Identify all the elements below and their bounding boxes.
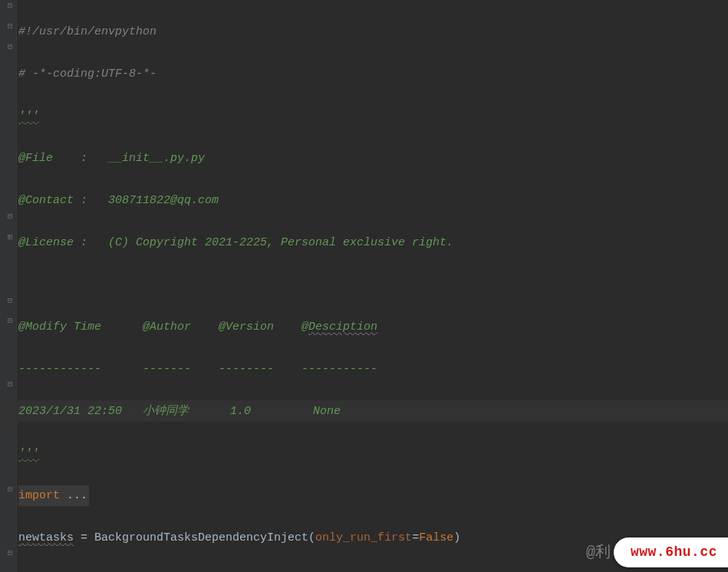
fold-marker-icon[interactable]: ⊟: [6, 298, 14, 305]
code-line[interactable]: [18, 274, 728, 296]
docstring-text: @Contact : 308711822@qq.com: [18, 194, 219, 207]
docstring-text: ''': [18, 447, 39, 460]
comment-text: #!/usr/bin/envpython: [18, 25, 156, 38]
code-line[interactable]: @Modify Time @Author @Version @Desciptio…: [18, 317, 728, 338]
paren: ): [453, 531, 460, 544]
fold-marker-icon[interactable]: ⊟: [6, 486, 14, 494]
watermark-url: www.6hu.cc: [614, 537, 728, 568]
class-name: BackgroundTasksDependencyInject: [94, 531, 308, 544]
paren: (: [308, 531, 315, 544]
watermark-badge: @利 www.6hu.cc: [586, 537, 728, 568]
code-line[interactable]: # -*-coding:UTF-8-*-: [18, 64, 728, 85]
code-line[interactable]: ''': [18, 106, 728, 127]
code-line[interactable]: import ...: [18, 485, 728, 507]
operator: =: [74, 531, 94, 544]
editor-gutter: ⊟ ⊟ ⊟ ⊟ ⊞ ⊟ ⊟ ⊟ ⊟ ⊟: [0, 0, 17, 572]
fold-marker-icon[interactable]: ⊟: [6, 381, 14, 389]
code-line[interactable]: 2023/1/31 22:50 小钟同学 1.0 None: [18, 401, 728, 422]
docstring-text: @Modify Time @Author @Version @: [18, 321, 308, 334]
code-line[interactable]: @Contact : 308711822@qq.com: [18, 190, 728, 212]
code-line[interactable]: # 后台任务注册: [18, 570, 728, 573]
operator: =: [412, 531, 419, 544]
param-name: only_run_first: [315, 531, 412, 544]
docstring-text: @File : __init__.py.py: [18, 152, 205, 165]
keyword-import: import: [18, 489, 60, 502]
docstring-text: ''': [18, 110, 39, 123]
fold-marker-icon[interactable]: ⊞: [6, 234, 14, 242]
import-ellipsis: ...: [60, 489, 87, 502]
code-line[interactable]: ''': [18, 443, 728, 465]
code-editor[interactable]: #!/usr/bin/envpython # -*-coding:UTF-8-*…: [18, 0, 728, 572]
watermark-at-text: @利: [586, 542, 611, 564]
fold-marker-icon[interactable]: ⊟: [6, 213, 14, 221]
code-line[interactable]: ------------ ------- -------- ----------…: [18, 359, 728, 380]
docstring-text: ------------ ------- -------- ----------…: [18, 363, 377, 376]
code-line[interactable]: #!/usr/bin/envpython: [18, 21, 728, 43]
code-line[interactable]: @License : (C) Copyright 2021-2225, Pers…: [18, 232, 728, 254]
fold-marker-icon[interactable]: ⊟: [6, 23, 14, 31]
identifier: newtasks: [18, 531, 74, 544]
fold-marker-icon[interactable]: ⊟: [6, 2, 14, 10]
fold-marker-icon[interactable]: ⊟: [6, 317, 14, 325]
fold-marker-icon[interactable]: ⊟: [6, 550, 14, 557]
keyword-false: False: [419, 531, 453, 544]
fold-marker-icon[interactable]: ⊟: [6, 44, 14, 51]
code-line[interactable]: @File : __init__.py.py: [18, 148, 728, 169]
docstring-text: 2023/1/31 22:50 小钟同学 1.0 None: [18, 405, 341, 418]
docstring-text: @License : (C) Copyright 2021-2225, Pers…: [18, 236, 453, 249]
docstring-underlined: Desciption: [308, 321, 377, 334]
comment-text: # -*-coding:UTF-8-*-: [18, 67, 156, 81]
